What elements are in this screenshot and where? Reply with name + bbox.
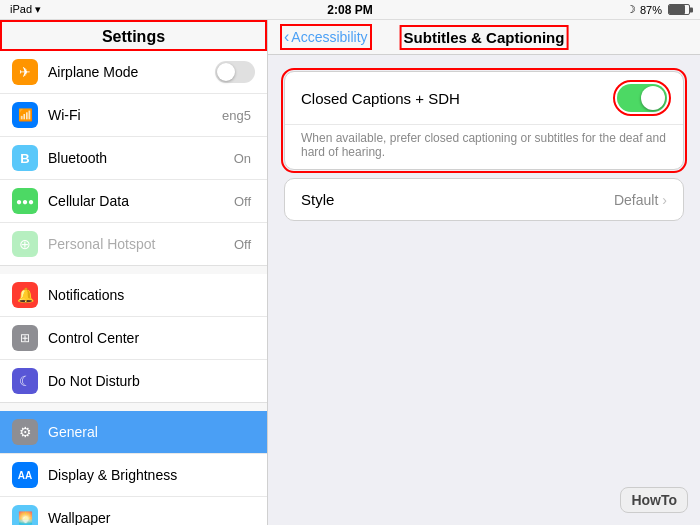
content-title: Subtitles & Captioning bbox=[404, 29, 565, 46]
cellular-value: Off bbox=[234, 194, 251, 209]
hotspot-label: Personal Hotspot bbox=[48, 236, 234, 252]
sidebar-list: ✈ Airplane Mode 📶 Wi-Fi eng5 B Bluetooth… bbox=[0, 51, 267, 525]
closed-captions-card: Closed Captions + SDH When available, pr… bbox=[284, 71, 684, 170]
hotspot-value: Off bbox=[234, 237, 251, 252]
main-layout: Settings ✈ Airplane Mode 📶 Wi-Fi eng5 B … bbox=[0, 20, 700, 525]
status-bar: iPad ▾ 2:08 PM ☽ 87% bbox=[0, 0, 700, 20]
airplane-icon: ✈ bbox=[12, 59, 38, 85]
wallpaper-label: Wallpaper bbox=[48, 510, 255, 525]
back-button[interactable]: ‹ Accessibility bbox=[284, 28, 368, 46]
status-right: ☽ 87% bbox=[626, 3, 690, 16]
sidebar-item-general[interactable]: ⚙ General bbox=[0, 411, 267, 454]
sidebar-item-notifications[interactable]: 🔔 Notifications bbox=[0, 274, 267, 317]
display-label: Display & Brightness bbox=[48, 467, 255, 483]
wifi-value: eng5 bbox=[222, 108, 251, 123]
closed-captions-label: Closed Captions + SDH bbox=[301, 90, 617, 107]
general-label: General bbox=[48, 424, 255, 440]
sidebar-item-airplane[interactable]: ✈ Airplane Mode bbox=[0, 51, 267, 94]
howto-watermark: HowTo bbox=[620, 487, 688, 513]
cellular-label: Cellular Data bbox=[48, 193, 234, 209]
status-left: iPad ▾ bbox=[10, 3, 41, 16]
sidebar-section-3: ⚙ General AA Display & Brightness 🌅 Wall… bbox=[0, 411, 267, 525]
sidebar-title: Settings bbox=[102, 28, 165, 45]
closed-captions-row: Closed Captions + SDH bbox=[285, 72, 683, 125]
donotdisturb-label: Do Not Disturb bbox=[48, 373, 255, 389]
wifi-icon: 📶 bbox=[12, 102, 38, 128]
battery-label: 87% bbox=[640, 4, 662, 16]
style-label: Style bbox=[301, 191, 614, 208]
back-chevron-icon: ‹ bbox=[284, 28, 289, 46]
sidebar-item-hotspot[interactable]: ⊕ Personal Hotspot Off bbox=[0, 223, 267, 265]
battery-icon bbox=[668, 4, 690, 15]
sidebar-section-2: 🔔 Notifications ⊞ Control Center ☾ Do No… bbox=[0, 274, 267, 403]
sidebar-item-controlcenter[interactable]: ⊞ Control Center bbox=[0, 317, 267, 360]
hotspot-icon: ⊕ bbox=[12, 231, 38, 257]
general-icon: ⚙ bbox=[12, 419, 38, 445]
controlcenter-label: Control Center bbox=[48, 330, 255, 346]
moon-icon: ☽ bbox=[626, 3, 636, 16]
bluetooth-label: Bluetooth bbox=[48, 150, 234, 166]
bluetooth-icon: B bbox=[12, 145, 38, 171]
sidebar-item-wifi[interactable]: 📶 Wi-Fi eng5 bbox=[0, 94, 267, 137]
wallpaper-icon: 🌅 bbox=[12, 505, 38, 525]
content-body: Closed Captions + SDH When available, pr… bbox=[268, 55, 700, 525]
notifications-icon: 🔔 bbox=[12, 282, 38, 308]
sidebar-header: Settings bbox=[0, 20, 267, 51]
display-icon: AA bbox=[12, 462, 38, 488]
wifi-label: Wi-Fi bbox=[48, 107, 222, 123]
sidebar-item-display[interactable]: AA Display & Brightness bbox=[0, 454, 267, 497]
sidebar-item-wallpaper[interactable]: 🌅 Wallpaper bbox=[0, 497, 267, 525]
style-row[interactable]: Style Default › bbox=[285, 179, 683, 220]
style-card: Style Default › bbox=[284, 178, 684, 221]
ipad-label: iPad ▾ bbox=[10, 3, 41, 16]
donotdisturb-icon: ☾ bbox=[12, 368, 38, 394]
style-chevron-icon: › bbox=[662, 192, 667, 208]
status-time: 2:08 PM bbox=[327, 3, 372, 17]
content-panel: ‹ Accessibility Subtitles & Captioning C… bbox=[268, 20, 700, 525]
sidebar: Settings ✈ Airplane Mode 📶 Wi-Fi eng5 B … bbox=[0, 20, 268, 525]
back-label: Accessibility bbox=[291, 29, 367, 45]
airplane-toggle[interactable] bbox=[215, 61, 255, 83]
bluetooth-value: On bbox=[234, 151, 251, 166]
controlcenter-icon: ⊞ bbox=[12, 325, 38, 351]
content-header: ‹ Accessibility Subtitles & Captioning bbox=[268, 20, 700, 55]
sidebar-item-donotdisturb[interactable]: ☾ Do Not Disturb bbox=[0, 360, 267, 402]
sidebar-item-bluetooth[interactable]: B Bluetooth On bbox=[0, 137, 267, 180]
closed-captions-toggle[interactable] bbox=[617, 84, 667, 112]
sidebar-section-1: ✈ Airplane Mode 📶 Wi-Fi eng5 B Bluetooth… bbox=[0, 51, 267, 266]
airplane-label: Airplane Mode bbox=[48, 64, 215, 80]
sidebar-item-cellular[interactable]: ●●● Cellular Data Off bbox=[0, 180, 267, 223]
style-value: Default bbox=[614, 192, 658, 208]
cellular-icon: ●●● bbox=[12, 188, 38, 214]
closed-captions-description: When available, prefer closed captioning… bbox=[285, 125, 683, 169]
notifications-label: Notifications bbox=[48, 287, 255, 303]
